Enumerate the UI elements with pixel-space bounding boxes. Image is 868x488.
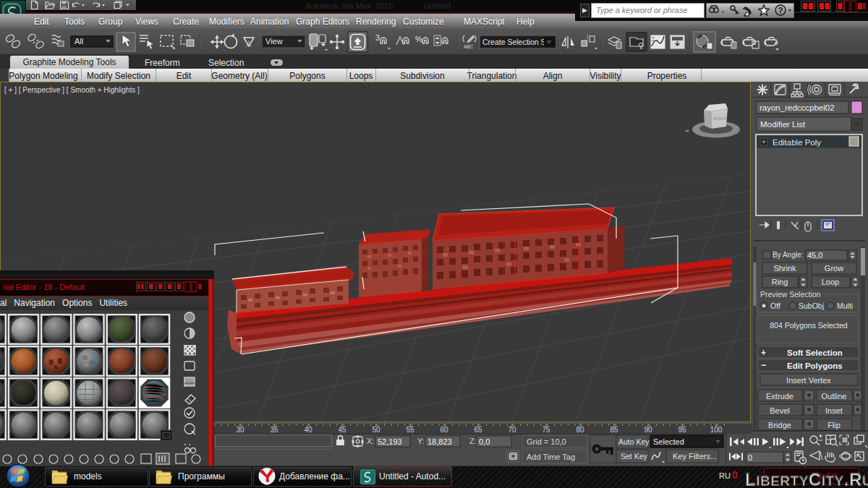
svg-text:Loops: Loops	[349, 71, 373, 81]
svg-text:Key Filters...: Key Filters...	[673, 452, 717, 461]
svg-text:Create Selection Se: Create Selection Se	[482, 38, 550, 46]
svg-text:Subdivision: Subdivision	[400, 71, 444, 81]
svg-text:45: 45	[338, 426, 346, 434]
svg-text:Properties: Properties	[647, 71, 687, 81]
svg-text:Grow: Grow	[825, 264, 843, 273]
svg-text:Auto Key: Auto Key	[618, 437, 650, 446]
svg-text:ABC: ABC	[464, 44, 474, 49]
svg-text:Off: Off	[770, 301, 780, 310]
svg-text:RIGHT: RIGHT	[713, 116, 727, 121]
svg-text:3: 3	[375, 33, 380, 42]
svg-text:Modify Selection: Modify Selection	[87, 71, 150, 81]
svg-text:+: +	[761, 348, 766, 358]
svg-text:85: 85	[610, 426, 618, 434]
svg-text:Add Time Tag: Add Time Tag	[527, 453, 575, 461]
svg-text:All: All	[75, 37, 83, 46]
svg-text:%: %	[415, 35, 422, 43]
svg-text:35: 35	[270, 426, 278, 434]
svg-text:Bevel: Bevel	[770, 406, 790, 415]
svg-text:Insert Vertex: Insert Vertex	[786, 376, 831, 385]
svg-text:0,0: 0,0	[479, 437, 490, 446]
svg-text:Geometry (All): Geometry (All)	[211, 71, 267, 81]
svg-text:90: 90	[644, 426, 652, 434]
svg-text:65: 65	[474, 426, 482, 434]
svg-text:52,193: 52,193	[378, 437, 402, 446]
svg-text:60: 60	[440, 426, 448, 434]
svg-text:Y:: Y:	[417, 437, 425, 445]
svg-text:Shrink: Shrink	[773, 264, 796, 273]
svg-text:0: 0	[748, 453, 752, 462]
svg-text:Align: Align	[543, 71, 563, 81]
svg-text:80: 80	[576, 426, 584, 434]
svg-text:Visibility: Visibility	[590, 71, 621, 81]
svg-text:Ring: Ring	[772, 278, 788, 286]
svg-text:Modifier List: Modifier List	[760, 120, 806, 129]
svg-text:70: 70	[508, 426, 516, 434]
svg-text:Extrude: Extrude	[766, 392, 793, 401]
svg-text:75: 75	[542, 426, 550, 434]
svg-text:Z:: Z:	[469, 437, 477, 445]
svg-text:Set Key: Set Key	[621, 452, 648, 461]
svg-text:Triangulation: Triangulation	[467, 71, 517, 81]
svg-text:Outline: Outline	[822, 392, 847, 401]
svg-text:50: 50	[372, 426, 380, 434]
svg-text:55: 55	[406, 426, 414, 434]
svg-text:Preview Selection: Preview Selection	[760, 290, 821, 299]
svg-text:[ + ] [ Perspective ] [ Smooth: [ + ] [ Perspective ] [ Smooth + Highlig…	[4, 86, 140, 94]
svg-text:30: 30	[236, 426, 244, 434]
svg-text:View: View	[265, 37, 283, 46]
svg-text:Edit: Edit	[176, 71, 192, 81]
svg-text:?: ?	[778, 6, 783, 14]
svg-text:By Angle:: By Angle:	[773, 251, 803, 259]
svg-text:Grid = 10,0: Grid = 10,0	[527, 437, 566, 446]
svg-text:Editable Poly: Editable Poly	[773, 138, 821, 147]
svg-text:Polygon Modeling: Polygon Modeling	[9, 71, 77, 81]
svg-text:rayon_redcccpbel02: rayon_redcccpbel02	[760, 103, 835, 112]
svg-text:40: 40	[304, 426, 312, 434]
svg-text:45,0: 45,0	[807, 251, 822, 260]
svg-text:Multi: Multi	[837, 301, 853, 310]
svg-text:−: −	[761, 360, 766, 370]
svg-text:Loop: Loop	[822, 278, 839, 286]
svg-text:804 Polygons Selected: 804 Polygons Selected	[770, 321, 848, 330]
svg-text:Inset: Inset	[825, 406, 843, 415]
svg-text:Soft Selection: Soft Selection	[787, 348, 843, 357]
svg-text:Flip: Flip	[827, 421, 841, 429]
svg-text:X:: X:	[367, 437, 374, 445]
svg-text:Polygons: Polygons	[289, 71, 325, 81]
svg-text:SubObj: SubObj	[799, 301, 824, 310]
svg-text:Bridge: Bridge	[768, 421, 791, 429]
svg-text:95: 95	[678, 426, 686, 434]
svg-text:100: 100	[710, 426, 723, 434]
svg-text:Selected: Selected	[653, 437, 684, 446]
svg-text:18,823: 18,823	[427, 437, 452, 446]
svg-text:Edit Polygons: Edit Polygons	[787, 361, 843, 370]
